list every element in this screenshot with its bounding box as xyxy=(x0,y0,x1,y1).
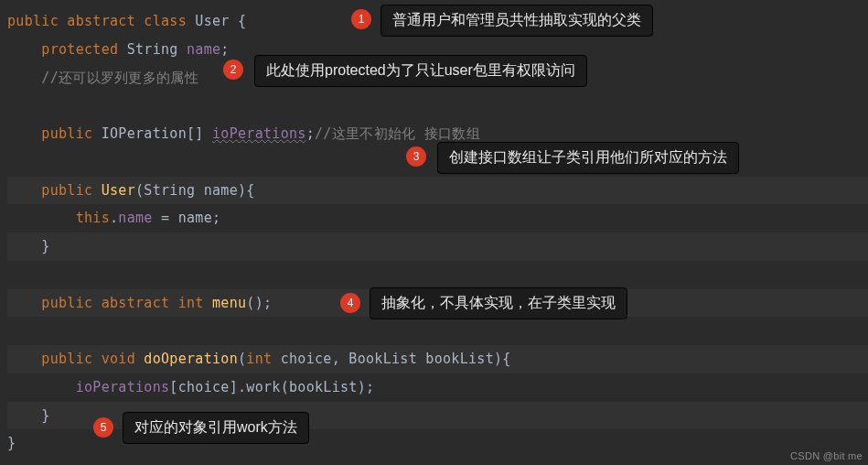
semicolon: ; xyxy=(263,295,272,311)
method-dooperation: doOperation xyxy=(144,351,238,367)
param-ref: name xyxy=(178,210,212,226)
type-string: String xyxy=(127,41,178,58)
brace-close: } xyxy=(7,435,16,451)
annotation-tooltip-4: 抽象化，不具体实现，在子类里实现 xyxy=(370,287,627,319)
param-type-int: int xyxy=(246,351,272,367)
semicolon: ; xyxy=(212,210,220,226)
brace-open: { xyxy=(502,351,510,367)
keyword-void: void xyxy=(102,351,135,367)
param-type-booklist: BookList xyxy=(348,351,417,367)
type-ioperation: IOPeration[] xyxy=(102,125,204,142)
param-name: name xyxy=(204,182,238,199)
brace-open: { xyxy=(246,182,254,199)
equals: = xyxy=(153,210,178,226)
annotation-tooltip-3: 创建接口数组让子类引用他们所对应的方法 xyxy=(437,142,739,174)
keyword-public: public xyxy=(41,295,92,311)
class-name: User xyxy=(195,13,229,29)
param-type: String xyxy=(144,182,195,199)
dot: . xyxy=(238,379,246,395)
bracket-open: [ xyxy=(169,379,177,395)
keyword-abstract: abstract xyxy=(67,13,135,29)
annotation-badge-1: 1 xyxy=(351,9,371,29)
annotation-badge-5: 5 xyxy=(93,417,113,438)
semicolon: ; xyxy=(220,41,229,58)
bracket-close: ] xyxy=(230,379,238,395)
annotation-tooltip-1: 普通用户和管理员共性抽取实现的父类 xyxy=(380,5,653,37)
keyword-public: public xyxy=(7,13,59,29)
keyword-public: public xyxy=(41,125,92,142)
code-line: ioPerations[choice].work(bookList); xyxy=(7,373,868,402)
semicolon: ; xyxy=(306,125,315,142)
keyword-abstract: abstract xyxy=(102,295,170,311)
dot: . xyxy=(110,210,118,226)
constructor-name: User xyxy=(102,182,135,199)
index-choice: choice xyxy=(178,379,230,395)
annotation-badge-4: 4 xyxy=(340,293,360,313)
method-menu: menu xyxy=(212,295,246,311)
comma: , xyxy=(332,351,349,367)
code-line: } xyxy=(7,232,868,261)
paren-open: ( xyxy=(238,351,246,367)
annotation-tooltip-2: 此处使用protected为了只让user包里有权限访问 xyxy=(254,55,587,87)
paren-open: ( xyxy=(135,182,144,199)
keyword-class: class xyxy=(144,13,187,29)
keyword-public: public xyxy=(41,182,92,199)
field-name: name xyxy=(187,41,220,58)
code-line: public User(String name){ xyxy=(7,177,868,205)
comment-text: //这里不初始化 接口数组 xyxy=(315,125,480,142)
semicolon: ; xyxy=(366,379,374,395)
return-type: int xyxy=(178,295,204,311)
annotation-badge-3: 3 xyxy=(406,146,426,167)
param-choice: choice xyxy=(281,351,332,367)
param-booklist: bookList xyxy=(425,351,494,367)
keyword-this: this xyxy=(76,210,110,226)
keyword-protected: protected xyxy=(41,41,118,58)
brace-open: { xyxy=(230,13,247,29)
annotation-tooltip-5: 对应的对象引用work方法 xyxy=(123,412,309,444)
paren-open: ( xyxy=(281,379,289,395)
method-work: work xyxy=(246,379,280,395)
arg-booklist: bookList xyxy=(289,379,358,395)
brace-close: } xyxy=(41,238,49,254)
brace-close: } xyxy=(41,407,49,424)
paren-close: ) xyxy=(238,182,246,199)
parens: () xyxy=(246,295,263,311)
blank-line xyxy=(7,261,868,289)
blank-line xyxy=(7,317,868,345)
code-line: public void doOperation(int choice, Book… xyxy=(7,345,868,373)
code-line: this.name = name; xyxy=(7,204,868,232)
watermark-text: CSDN @bit me xyxy=(790,450,863,461)
paren-close: ) xyxy=(494,351,502,367)
keyword-public: public xyxy=(41,351,92,367)
field-name: name xyxy=(118,210,152,226)
paren-close: ) xyxy=(358,379,366,395)
field-ioperations: ioPerations xyxy=(76,379,170,395)
annotation-badge-2: 2 xyxy=(223,59,243,80)
field-ioperations: ioPerations xyxy=(212,125,306,142)
blank-line xyxy=(7,92,868,120)
comment-text: //还可以罗列更多的属性 xyxy=(41,70,198,86)
